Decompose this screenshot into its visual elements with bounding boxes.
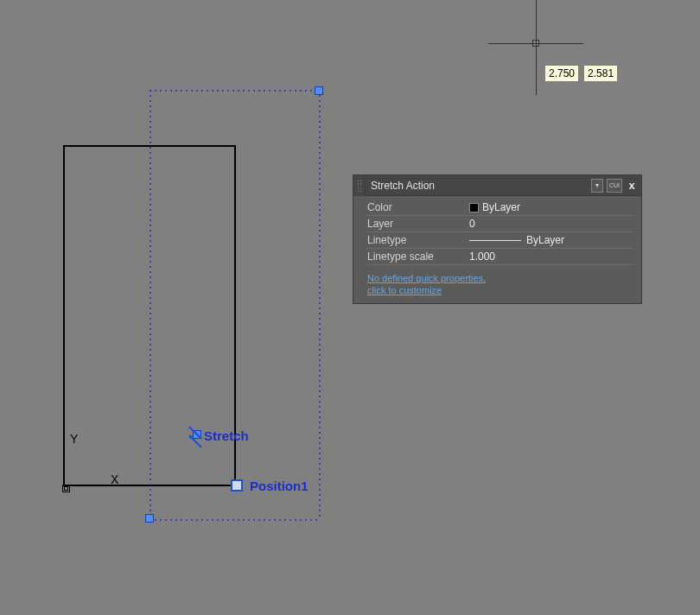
prop-label: Layer <box>367 218 469 230</box>
panel-header[interactable]: Stretch Action ▾ CUI x <box>353 175 641 196</box>
grip-position-parameter[interactable] <box>231 479 243 491</box>
prop-row-linetype[interactable]: Linetype ByLayer <box>367 232 634 249</box>
panel-footer: No defined quick properties, click to cu… <box>353 267 641 303</box>
stretch-frame[interactable] <box>150 90 319 519</box>
axis-x-label: X <box>111 472 118 486</box>
prop-label: Linetype scale <box>367 250 469 263</box>
customize-link2[interactable]: click to customize <box>367 284 627 296</box>
panel-dropdown-icon[interactable]: ▾ <box>591 179 603 193</box>
prop-row-color[interactable]: Color ByLayer <box>367 200 634 216</box>
prop-value[interactable]: ByLayer <box>469 234 634 246</box>
panel-close-button[interactable]: x <box>626 180 638 192</box>
prop-value[interactable]: ByLayer <box>469 201 634 213</box>
grip-top-right[interactable] <box>315 86 323 95</box>
prop-row-layer[interactable]: Layer 0 <box>367 216 634 232</box>
grip-bottom-left[interactable] <box>145 514 154 523</box>
stretch-label: Stretch <box>204 428 249 443</box>
ucs-origin-icon <box>62 480 74 492</box>
prop-label: Linetype <box>367 234 469 246</box>
panel-title: Stretch Action <box>366 180 591 192</box>
panel-cui-button[interactable]: CUI <box>607 179 622 193</box>
customize-link[interactable]: No defined quick properties, <box>367 272 627 284</box>
color-swatch-icon <box>469 203 479 212</box>
position-label: Position1 <box>250 479 309 493</box>
prop-row-linetype-scale[interactable]: Linetype scale 1.000 <box>367 249 634 265</box>
linetype-swatch-icon <box>469 240 521 241</box>
prop-value[interactable]: 0 <box>469 218 634 230</box>
prop-value[interactable]: 1.000 <box>469 250 634 263</box>
panel-body: Color ByLayer Layer 0 Linetype ByLayer L… <box>353 196 641 267</box>
prop-label: Color <box>367 201 469 213</box>
axis-y-label: Y <box>70 432 78 446</box>
coordinate-readout: 2.750 2.581 <box>544 65 620 82</box>
coord-y: 2.581 <box>583 65 618 82</box>
quick-properties-panel[interactable]: Stretch Action ▾ CUI x Color ByLayer Lay… <box>353 174 642 304</box>
coord-x: 2.750 <box>544 65 579 82</box>
panel-drag-handle-icon[interactable] <box>353 175 366 196</box>
